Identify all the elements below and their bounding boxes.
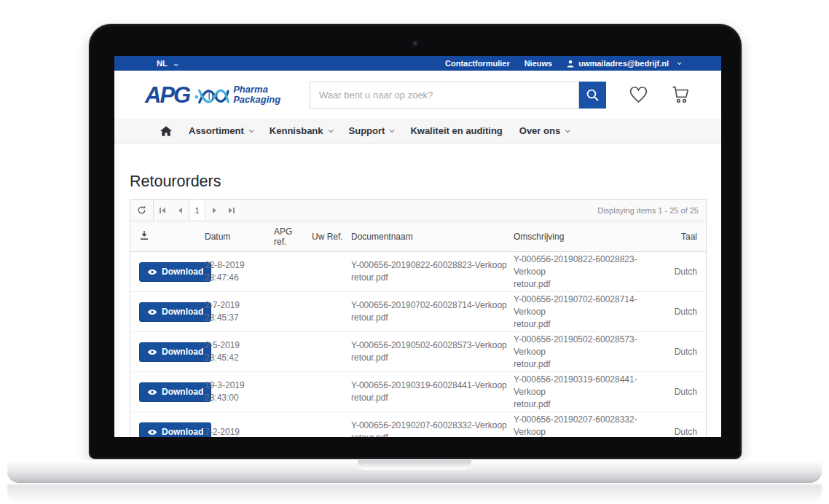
previous-page-button[interactable] — [171, 200, 189, 221]
cell-documentnaam: Y-000656-20190319-60028441-Verkoop retou… — [351, 379, 514, 404]
logo-apg-text: APG — [145, 84, 189, 106]
download-button[interactable]: Download — [139, 262, 211, 282]
cell-omschrijving: Y-000656-20190319-60028441-Verkoop retou… — [514, 374, 667, 411]
cell-taal: Dutch — [667, 346, 706, 358]
search-input[interactable] — [310, 82, 579, 109]
chevron-down-icon — [565, 127, 570, 133]
search-box — [310, 82, 606, 109]
date-value: 19-3-2019 — [205, 379, 268, 392]
nav-item[interactable]: Kwaliteit en auditing — [410, 125, 502, 136]
cell-documentnaam: Y-000656-20190207-60028332-Verkoop retou… — [351, 420, 514, 437]
cell-datum: 2-7-2019 23:45:37 — [205, 299, 274, 324]
nav-item-label: Assortiment — [189, 125, 244, 136]
refresh-button[interactable] — [130, 200, 154, 221]
dna-helix-icon — [194, 84, 230, 109]
eye-icon — [147, 269, 157, 275]
laptop-notch — [358, 460, 471, 470]
triangle-right-icon — [213, 208, 216, 213]
download-button-label: Download — [162, 267, 203, 277]
column-header-datum[interactable]: Datum — [205, 232, 274, 242]
logo-line2: Packaging — [233, 95, 280, 105]
retourorders-table: 1 Displaying items 1 - 25 of 25 — [130, 199, 707, 437]
table-header-row: Datum APG ref. Uw Ref. Documentnaam Omsc… — [130, 221, 706, 252]
topbar: NL ContactformulierNieuws uwmailadres@be… — [114, 56, 721, 71]
next-page-button[interactable] — [205, 200, 223, 221]
nav-item-label: Kwaliteit en auditing — [410, 125, 502, 136]
time-value: 23:43:00 — [205, 392, 268, 404]
triangle-left-icon — [162, 208, 165, 213]
download-button[interactable]: Download — [139, 422, 211, 438]
cell-datum: 19-3-2019 23:43:00 — [205, 379, 274, 404]
cell-datum: 2-5-2019 23:45:42 — [205, 339, 274, 364]
triangle-left-icon — [178, 208, 182, 213]
cell-taal: Dutch — [667, 386, 706, 398]
main-nav: Assortiment Kennisbank Support Kwaliteit… — [114, 119, 721, 143]
wishlist-button[interactable] — [629, 86, 648, 103]
cell-omschrijving: Y-000656-20190822-60028823-Verkoop retou… — [514, 253, 667, 291]
table-row: Download 7-2-2019 Y-000656-20190207-6002… — [130, 412, 706, 437]
eye-icon — [147, 389, 157, 395]
language-selector[interactable]: NL — [157, 59, 177, 68]
topbar-link[interactable]: Contactformulier — [445, 59, 510, 68]
cart-button[interactable] — [671, 86, 691, 103]
cell-taal: Dutch — [667, 426, 706, 438]
nav-item[interactable]: Kennisbank — [270, 125, 332, 136]
column-header-documentnaam[interactable]: Documentnaam — [351, 232, 514, 242]
pagination-status: Displaying items 1 - 25 of 25 — [597, 200, 706, 221]
nav-items: Assortiment Kennisbank Support Kwaliteit… — [189, 125, 569, 136]
chevron-down-icon — [249, 127, 254, 133]
topbar-links: ContactformulierNieuws uwmailadres@bedri… — [445, 59, 680, 68]
cell-taal: Dutch — [667, 266, 706, 278]
laptop-lid: NL ContactformulierNieuws uwmailadres@be… — [89, 24, 742, 459]
cell-datum: 7-2-2019 — [205, 426, 274, 438]
download-button[interactable]: Download — [139, 302, 211, 322]
nav-item-label: Kennisbank — [270, 125, 323, 136]
download-button[interactable]: Download — [139, 382, 211, 402]
download-button-label: Download — [162, 427, 203, 437]
nav-item[interactable]: Assortiment — [189, 125, 253, 136]
chevron-down-icon — [328, 127, 333, 133]
cell-datum: 22-8-2019 23:47:46 — [205, 259, 274, 284]
logo-line1: Pharma — [233, 84, 280, 95]
nav-item[interactable]: Support — [349, 125, 394, 136]
column-header-uw-ref[interactable]: Uw Ref. — [312, 232, 351, 242]
nav-home-button[interactable] — [160, 126, 172, 136]
webcam — [413, 41, 418, 46]
eye-icon — [147, 429, 157, 436]
date-value: 7-2-2019 — [205, 426, 268, 438]
user-menu[interactable]: uwmailadres@bedrijf.nl — [567, 59, 680, 68]
user-email: uwmailadres@bedrijf.nl — [578, 59, 669, 68]
chevron-down-icon — [173, 62, 178, 66]
page-number-input[interactable]: 1 — [189, 200, 205, 221]
eye-icon — [147, 309, 157, 315]
first-page-button[interactable] — [154, 200, 171, 221]
eye-icon — [147, 349, 157, 355]
nav-item-label: Over ons — [519, 125, 560, 136]
apg-logo[interactable]: APG Pharma Packaging — [145, 81, 310, 109]
topbar-link[interactable]: Nieuws — [524, 59, 553, 68]
site-header: APG Pharma Packaging — [114, 71, 721, 119]
time-value: 23:45:42 — [205, 352, 268, 364]
cell-taal: Dutch — [667, 306, 706, 318]
language-label: NL — [157, 59, 167, 68]
date-value: 22-8-2019 — [205, 259, 268, 272]
download-button[interactable]: Download — [139, 342, 211, 362]
cart-icon — [671, 86, 691, 103]
home-icon — [160, 126, 172, 136]
nav-item[interactable]: Over ons — [519, 125, 569, 136]
column-header-taal[interactable]: Taal — [667, 232, 706, 242]
triangle-right-icon — [229, 208, 232, 213]
first-page-icon — [160, 208, 161, 213]
cell-documentnaam: Y-000656-20190502-60028573-Verkoop retou… — [351, 339, 514, 364]
table-body: Download 22-8-2019 23:47:46 Y-000656-201… — [130, 252, 706, 437]
column-header-apg-ref[interactable]: APG ref. — [274, 227, 312, 247]
cell-omschrijving: Y-000656-20190502-60028573-Verkoop retou… — [514, 334, 667, 371]
laptop-screen: NL ContactformulierNieuws uwmailadres@be… — [114, 56, 721, 437]
search-button[interactable] — [579, 82, 606, 109]
cell-omschrijving: Y-000656-20190207-60028332-Verkoop retou… — [514, 414, 667, 438]
column-header-omschrijving[interactable]: Omschrijving — [514, 232, 667, 242]
cell-documentnaam: Y-000656-20190822-60028823-Verkoop retou… — [351, 259, 514, 284]
table-row: Download 22-8-2019 23:47:46 Y-000656-201… — [130, 252, 706, 292]
user-icon — [567, 60, 574, 68]
last-page-button[interactable] — [223, 200, 240, 221]
